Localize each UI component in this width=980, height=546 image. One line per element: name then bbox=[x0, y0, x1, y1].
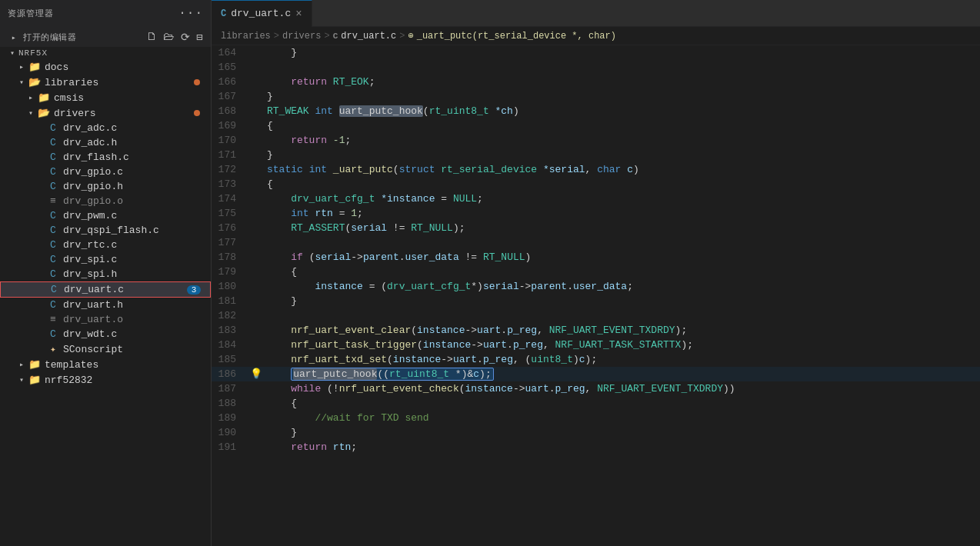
line-gutter bbox=[248, 440, 264, 454]
line-content: { bbox=[264, 118, 980, 133]
table-row: 187 while (!nrf_uart_event_check(instanc… bbox=[212, 381, 980, 396]
sidebar-item-nrf5x[interactable]: ▾ NRF5X bbox=[0, 47, 211, 59]
bc-drivers[interactable]: drivers bbox=[282, 31, 321, 42]
line-content: { bbox=[264, 265, 980, 279]
sidebar-item-drv-gpio-o[interactable]: ≡ drv_gpio.o bbox=[0, 194, 211, 208]
drv-spi-h-label: drv_spi.h bbox=[63, 268, 117, 280]
line-content: nrf_uart_task_trigger(instance->uart.p_r… bbox=[264, 338, 980, 352]
line-gutter bbox=[248, 162, 264, 177]
new-folder-icon[interactable]: 🗁 bbox=[163, 31, 175, 44]
line-number: 182 bbox=[212, 308, 248, 323]
line-number: 185 bbox=[212, 352, 248, 367]
sidebar-item-drv-gpio-h[interactable]: C drv_gpio.h bbox=[0, 179, 211, 194]
line-number: 174 bbox=[212, 191, 248, 206]
code-view[interactable]: 164 } 165 166 return RT_EOK; bbox=[212, 45, 980, 546]
sidebar-item-drv-gpio-c[interactable]: C drv_gpio.c bbox=[0, 165, 211, 179]
sidebar-item-templates[interactable]: ▸ 📁 templates bbox=[0, 357, 211, 372]
line-number: 169 bbox=[212, 118, 248, 133]
line-gutter bbox=[248, 221, 264, 235]
sidebar-item-drv-pwm-c[interactable]: C drv_pwm.c bbox=[0, 208, 211, 223]
tab-file-icon: C bbox=[221, 8, 226, 19]
sidebar-item-drv-wdt-c[interactable]: C drv_wdt.c bbox=[0, 327, 211, 341]
drv-spi-c-icon: C bbox=[46, 254, 60, 265]
line-number: 179 bbox=[212, 265, 248, 279]
line-number: 164 bbox=[212, 45, 248, 60]
line-number: 187 bbox=[212, 381, 248, 396]
drv-wdt-c-label: drv_wdt.c bbox=[63, 328, 117, 340]
more-icon[interactable]: ··· bbox=[178, 6, 203, 20]
bc-c-icon: C bbox=[333, 32, 338, 41]
bc-sep3: > bbox=[399, 31, 405, 42]
drv-adc-c-spacer bbox=[34, 124, 46, 132]
sidebar-item-drv-spi-h[interactable]: C drv_spi.h bbox=[0, 267, 211, 281]
sidebar-item-docs[interactable]: ▸ 📁 docs bbox=[0, 59, 211, 75]
drv-rtc-c-label: drv_rtc.c bbox=[63, 239, 117, 251]
table-row: 165 bbox=[212, 60, 980, 75]
open-editors-chevron[interactable]: ▸ bbox=[8, 33, 20, 42]
line-gutter bbox=[248, 279, 264, 294]
refresh-icon[interactable]: ⟳ bbox=[181, 31, 191, 44]
table-row: 190 } bbox=[212, 425, 980, 440]
sidebar-item-drv-qspi-flash-c[interactable]: C drv_qspi_flash.c bbox=[0, 223, 211, 238]
sidebar-item-drv-uart-c[interactable]: C drv_uart.c 3 bbox=[0, 281, 211, 298]
collapse-icon[interactable]: ⊟ bbox=[196, 31, 203, 44]
table-row: 176 RT_ASSERT(serial != RT_NULL); bbox=[212, 221, 980, 235]
sidebar-item-sconstruct[interactable]: ✦ SConscript bbox=[0, 341, 211, 357]
line-content: drv_uart_cfg_t *instance = NULL; bbox=[264, 191, 980, 206]
sidebar-item-drv-spi-c[interactable]: C drv_spi.c bbox=[0, 252, 211, 267]
drv-flash-c-label: drv_flash.c bbox=[63, 151, 129, 163]
line-gutter bbox=[248, 89, 264, 104]
line-number: 178 bbox=[212, 250, 248, 265]
table-row: 186 💡 uart_putc_hook((rt_uint8_t *)&c); bbox=[212, 367, 980, 381]
bc-function[interactable]: _uart_putc(rt_serial_device *, char) bbox=[417, 31, 616, 42]
new-file-icon[interactable]: 🗋 bbox=[146, 31, 158, 44]
line-content: uart_putc_hook((rt_uint8_t *)&c); bbox=[264, 367, 980, 381]
sidebar-item-drv-flash-c[interactable]: C drv_flash.c bbox=[0, 150, 211, 165]
nrf5x-chevron: ▾ bbox=[6, 48, 18, 58]
tab-close-button[interactable]: × bbox=[295, 8, 302, 20]
drivers-label: drivers bbox=[54, 108, 96, 119]
sidebar-item-drv-uart-h[interactable]: C drv_uart.h bbox=[0, 298, 211, 312]
table-row: 184 nrf_uart_task_trigger(instance->uart… bbox=[212, 338, 980, 352]
table-row: 182 bbox=[212, 308, 980, 323]
drv-uart-o-label: drv_uart.o bbox=[63, 314, 123, 325]
libraries-folder-icon: 📂 bbox=[28, 76, 42, 88]
open-editors-section: ▸ 打开的编辑器 🗋 🗁 ⟳ ⊟ bbox=[0, 26, 211, 47]
sidebar-header: 资源管理器 ··· bbox=[0, 0, 211, 26]
cmsis-label: cmsis bbox=[54, 92, 84, 104]
line-gutter bbox=[248, 104, 264, 118]
drv-pwm-c-icon: C bbox=[46, 210, 60, 221]
sidebar-item-drivers[interactable]: ▾ 📂 drivers bbox=[0, 105, 211, 121]
sidebar-item-drv-uart-o[interactable]: ≡ drv_uart.o bbox=[0, 312, 211, 327]
sidebar-item-drv-adc-h[interactable]: C drv_adc.h bbox=[0, 135, 211, 150]
table-row: 174 drv_uart_cfg_t *instance = NULL; bbox=[212, 191, 980, 206]
line-gutter bbox=[248, 323, 264, 338]
line-content: int rtn = 1; bbox=[264, 206, 980, 221]
table-row: 179 { bbox=[212, 265, 980, 279]
sidebar-item-drv-rtc-c[interactable]: C drv_rtc.c bbox=[0, 238, 211, 252]
sidebar-item-drv-adc-c[interactable]: C drv_adc.c bbox=[0, 121, 211, 135]
drv-flash-c-icon: C bbox=[46, 151, 60, 163]
drv-uart-c-label: drv_uart.c bbox=[64, 284, 124, 295]
table-row: 173 { bbox=[212, 177, 980, 191]
sidebar-item-cmsis[interactable]: ▸ 📁 cmsis bbox=[0, 90, 211, 105]
bc-filename[interactable]: drv_uart.c bbox=[341, 31, 396, 42]
sidebar-header-icons: ··· bbox=[178, 6, 203, 20]
line-number: 191 bbox=[212, 440, 248, 454]
drv-gpio-h-label: drv_gpio.h bbox=[63, 181, 123, 192]
tab-drv-uart-c[interactable]: C drv_uart.c × bbox=[212, 0, 312, 27]
sconstruct-icon: ✦ bbox=[46, 343, 60, 355]
sidebar-item-nrf52832[interactable]: ▾ 📁 nrf52832 bbox=[0, 372, 211, 388]
bc-libraries[interactable]: libraries bbox=[221, 31, 271, 42]
table-row: 170 return -1; bbox=[212, 133, 980, 148]
line-content: RT_ASSERT(serial != RT_NULL); bbox=[264, 221, 980, 235]
docs-label: docs bbox=[45, 62, 68, 73]
line-gutter bbox=[248, 352, 264, 367]
line-content: } bbox=[264, 45, 980, 60]
table-row: 188 { bbox=[212, 396, 980, 411]
drivers-badge bbox=[194, 110, 200, 116]
lightbulb-icon[interactable]: 💡 bbox=[250, 368, 262, 380]
line-number: 183 bbox=[212, 323, 248, 338]
sidebar-item-libraries[interactable]: ▾ 📂 libraries bbox=[0, 75, 211, 90]
line-gutter bbox=[248, 294, 264, 308]
